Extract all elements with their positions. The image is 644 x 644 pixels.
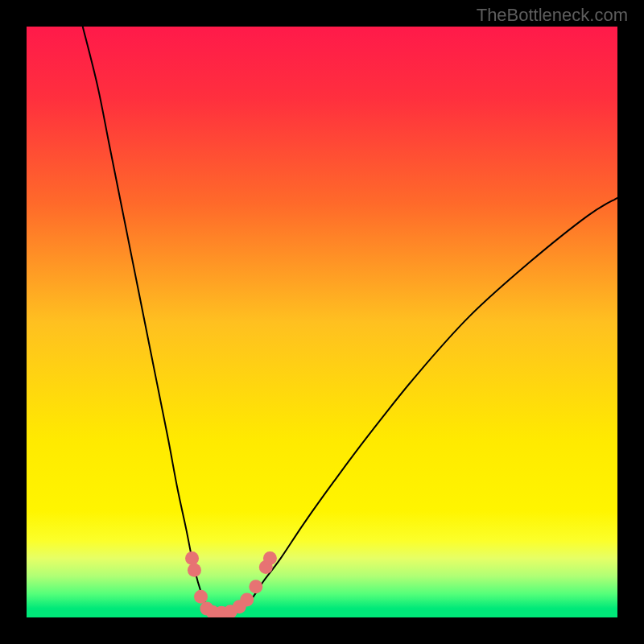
plot-area — [27, 27, 617, 617]
curve-left-branch — [83, 27, 208, 609]
marker-point — [263, 551, 277, 565]
marker-point — [185, 551, 199, 565]
chart-frame: TheBottleneck.com — [0, 0, 644, 644]
bottleneck-curve — [27, 27, 617, 617]
marker-point — [188, 564, 201, 577]
marker-point — [194, 590, 208, 604]
watermark-text: TheBottleneck.com — [477, 5, 628, 26]
curve-right-branch — [241, 198, 617, 609]
marker-point — [240, 592, 254, 606]
marker-point — [249, 580, 262, 593]
